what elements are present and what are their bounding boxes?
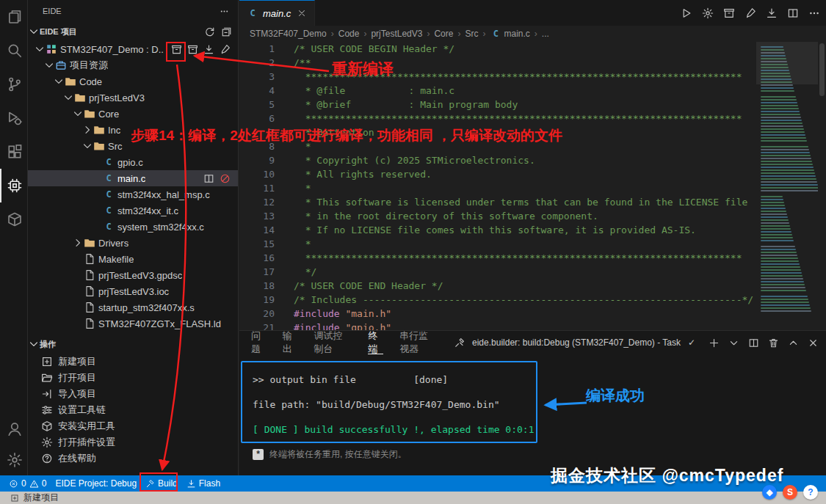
tree-item[interactable]: STM32F407_Demo : D.. [28,41,238,57]
panel-tab-bar: 问题输出调试控制台终端串行监视器 eide.builder: build:Deb… [239,331,826,354]
line-number: 2 [250,56,275,70]
gear-icon [7,452,23,468]
more-actions-icon[interactable] [220,7,229,16]
projects-section-header[interactable]: EIDE 项目 [28,22,238,41]
scrollbar-thumb[interactable] [819,43,825,96]
problems-indicator[interactable]: 0 0 [4,475,51,492]
error-icon [9,479,18,489]
vertical-scrollbar[interactable] [818,42,826,330]
line-number: 9 [250,153,275,167]
operation-item[interactable]: 在线帮助 [28,450,238,467]
panel-tab[interactable]: 调试控制台 [314,331,352,354]
activity-item-search[interactable] [0,34,27,67]
minimap-line [761,237,793,238]
tree-item[interactable]: Cstm32f4xx_hal_msp.c [28,186,238,202]
tree-item[interactable]: Makefile [28,251,238,267]
tree-item[interactable]: Cmain.c [28,170,238,186]
code-editor[interactable]: 1/* USER CODE BEGIN Header */2/**3 *****… [239,42,826,330]
operation-label: 打开项目 [58,371,96,384]
panel-tab[interactable]: 串行监视器 [399,331,438,354]
operation-item[interactable]: 设置工具链 [28,402,238,418]
build-icon[interactable] [723,7,735,19]
rebuild-icon[interactable] [187,44,198,55]
ellipsis-icon[interactable] [808,7,820,19]
operation-item[interactable]: 打开插件设置 [28,434,238,450]
code-line: 17 */ [239,265,756,279]
breadcrumb-item[interactable]: ... [542,29,549,39]
build-button[interactable]: Build [141,475,182,492]
tab-main-c[interactable]: C main.c [239,0,315,26]
close-icon[interactable] [808,337,819,348]
clean-brush-icon[interactable] [745,7,756,19]
error-count: 0 [21,478,26,489]
close-icon[interactable] [297,8,307,18]
tree-item[interactable]: Core [28,106,238,122]
eide-project-status[interactable]: EIDE Project: Debug [51,475,141,492]
activity-item-serial-monitor[interactable] [0,202,27,236]
breadcrumb-item[interactable]: Code [338,29,360,39]
flash-download-icon[interactable] [203,44,214,55]
activity-item-account[interactable] [0,414,27,445]
tree-item[interactable]: Cstm32f4xx_it.c [28,202,238,219]
flash-button[interactable]: Flash [182,475,225,492]
activity-item-settings[interactable] [0,445,27,475]
plus-icon[interactable] [709,337,720,348]
split-editor-icon[interactable] [787,7,799,19]
breadcrumb-item[interactable]: prjTestLedV3 [371,29,422,39]
minimap-line [761,131,805,133]
build-label: Build [158,478,178,489]
files-icon [7,9,23,25]
breadcrumb-item[interactable]: Cmain.c [490,29,529,39]
flash-download-icon[interactable] [766,7,778,19]
tree-item[interactable]: Inc [28,122,238,138]
panel-tab[interactable]: 终端 [368,331,383,354]
tree-item[interactable]: prjTestLedV3.gpdsc [28,267,238,283]
activity-item-run-and-debug[interactable] [0,101,27,135]
tree-item[interactable]: prjTestLedV3 [28,90,238,106]
gear-icon[interactable] [702,7,714,19]
breadcrumb-item[interactable]: Core [434,29,453,39]
operation-item[interactable]: 打开项目 [28,370,238,386]
minimap-line [761,213,787,215]
circle-slash-icon[interactable] [220,173,231,184]
tree-item[interactable]: Cgpio.c [28,154,238,170]
activity-item-source-control[interactable] [0,67,27,101]
line-number: 17 [250,265,275,279]
terminal-output[interactable]: >> output bin file [done] file path: "bu… [253,373,535,436]
panel-tab[interactable]: 输出 [283,331,298,354]
operation-item[interactable]: 安装实用工具 [28,418,238,434]
activity-item-extensions[interactable] [0,135,27,169]
tree-item[interactable]: Src [28,138,238,154]
operation-item[interactable]: 导入项目 [28,386,238,402]
refresh-icon[interactable] [204,26,215,37]
panel-tab[interactable]: 问题 [251,331,267,354]
minimap-line [761,125,803,127]
breadcrumb-item[interactable]: Src [465,29,478,39]
clean-brush-icon[interactable] [220,44,231,55]
operations-section-header[interactable]: 操作 [28,335,238,354]
minimap-line [761,296,808,297]
tree-item[interactable]: startup_stm32f407xx.s [28,299,238,315]
tree-item[interactable]: Code [28,73,238,90]
chevron-up-icon[interactable] [788,337,799,348]
activity-item-eide[interactable] [0,169,27,202]
tree-item[interactable]: 项目资源 [28,57,238,73]
minimap[interactable] [756,42,818,330]
tree-item[interactable]: Csystem_stm32f4xx.c [28,219,238,235]
activity-item-explorer[interactable] [0,0,27,34]
operation-item[interactable]: 新建项目 [28,354,238,370]
chevron-down-icon[interactable] [728,337,739,348]
tree-item[interactable]: STM32F407ZGTx_FLASH.ld [28,315,238,332]
build-icon[interactable] [171,44,182,55]
tree-item[interactable]: Drivers [28,235,238,251]
split-editor-icon[interactable] [203,173,214,184]
trash-icon[interactable] [768,337,779,348]
minimap-line [761,108,799,109]
tree-item[interactable]: prjTestLedV3.ioc [28,283,238,299]
split-editor-icon[interactable] [748,337,759,348]
play-icon[interactable] [681,7,692,19]
breadcrumb-item[interactable]: STM32F407_Demo [250,29,327,39]
task-label[interactable]: eide.builder: build:Debug (STM32F407_Dem… [472,337,681,348]
chevron-spacer [91,156,103,168]
collapse-all-icon[interactable] [221,26,232,37]
